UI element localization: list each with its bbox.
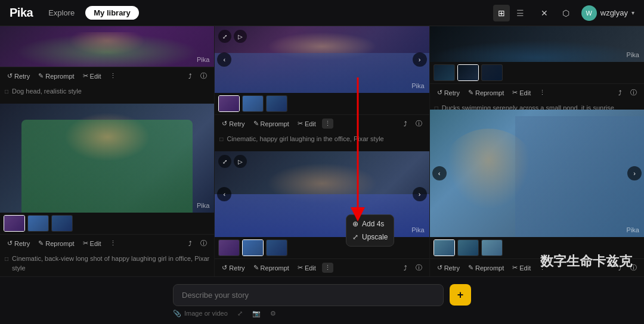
desc-icon-1-top: □ [5,88,8,95]
share-button-3-bottom[interactable]: ⤴ [616,263,624,273]
grid-view-button[interactable]: ⊞ [493,5,510,21]
nav-right-2-top[interactable]: › [413,52,427,67]
edit-icon-1b: ✂ [83,239,88,247]
reprompt-button-2-top[interactable]: ✎ Reprompt [251,119,292,129]
share-button-3-top[interactable]: ⤴ [616,88,624,98]
reprompt-button-3-top[interactable]: ✎ Reprompt [466,88,506,98]
more-button-1-top[interactable]: ⋮ [107,71,119,81]
share-button-1-top[interactable]: ⤴ [186,71,194,81]
thumb-mini-2-3[interactable] [266,95,287,112]
share-button-2-top[interactable]: ⤴ [401,119,410,129]
thumb-mini-3-1[interactable] [434,64,455,81]
reprompt-button-1-bottom[interactable]: ✎ Reprompt [36,238,76,248]
retry-button-2-bottom[interactable]: ↺ Retry [219,263,247,273]
thumb-mini-3b-2[interactable] [457,239,479,256]
pika-badge-3-top: Pika [627,51,639,58]
retry-button-1-bottom[interactable]: ↺ Retry [5,238,32,248]
info-button-1-bottom[interactable]: ⓘ [198,238,209,249]
info-button-2-bottom[interactable]: ⓘ [413,262,425,273]
thumb-2-top: ‹ › Pika ⤢ ▷ [215,26,429,93]
info-button-2-top[interactable]: ⓘ [413,118,425,129]
more-button-3-bottom[interactable]: ⋮ [537,263,548,273]
edit-icon-3b: ✂ [512,264,518,272]
expand-button[interactable]: ⤢ [237,310,243,317]
user-area[interactable]: W wzglyay ▾ [581,5,634,21]
reprompt-icon-2b: ✎ [253,264,259,272]
nav-left-2-bottom[interactable]: ‹ [217,187,231,201]
input-row: + [173,284,471,306]
nav-left-3-bottom[interactable]: ‹ [432,166,447,180]
twitter-icon[interactable]: ✕ [538,7,550,19]
thumb-mini-2-2[interactable] [242,95,264,112]
thumb-mini-1-1[interactable] [4,215,25,232]
thumb-mini-3b-3[interactable] [481,239,503,256]
nav-right-2-bottom[interactable]: › [413,187,427,201]
retry-button-1-top[interactable]: ↺ Retry [5,71,32,81]
reprompt-button-3-bottom[interactable]: ✎ Reprompt [466,263,506,273]
settings-icon: ⚙ [270,310,276,317]
upscale-option[interactable]: ⤢ Upscale [352,232,388,242]
info-button-3-top[interactable]: ⓘ [628,87,639,98]
desc-icon-1-bottom: □ [5,256,8,262]
edit-button-2-top[interactable]: ✂ Edit [295,119,318,129]
share-button-2-bottom[interactable]: ⤴ [401,263,410,273]
more-button-2-top[interactable]: ⋮ [322,119,333,129]
retry-button-3-bottom[interactable]: ↺ Retry [435,263,462,273]
pika-badge-2-bottom: Pika [411,226,424,233]
story-input[interactable] [173,284,444,306]
thumb-mini-2b-1[interactable] [218,239,240,256]
video-type-icon-2-bottom[interactable]: ▷ [234,155,247,168]
thumb-strip-2-bottom [215,237,429,258]
upscale-icon: ⤢ [352,233,358,241]
more-button-3-top[interactable]: ⋮ [537,88,548,98]
edit-button-1-bottom[interactable]: ✂ Edit [80,238,104,248]
thumb-3-top: Pika [430,26,644,62]
nav-left-2-top[interactable]: ‹ [217,52,231,67]
card-2-bottom: ‹ › Pika ⤢ ▷ ↺ Retry [215,151,429,276]
settings-button[interactable]: ⚙ [270,310,276,317]
clip-icon: 📎 [173,310,181,317]
retry-button-3-top[interactable]: ↺ Retry [435,88,462,98]
reprompt-button-2-bottom[interactable]: ✎ Reprompt [251,263,292,273]
retry-button-2-top[interactable]: ↺ Retry [219,119,247,129]
info-button-3-bottom[interactable]: ⓘ [628,262,639,273]
image-video-button[interactable]: 📎 Image or video [173,310,228,317]
pika-badge-2-top: Pika [411,82,424,89]
thumb-mini-2b-2[interactable] [242,239,264,256]
thumb-3-bottom: ‹ › Pika [430,110,644,237]
nav-right-3-bottom[interactable]: › [627,166,642,180]
video-type-icon-2-top[interactable]: ▷ [234,30,247,43]
thumb-mini-2-1[interactable] [218,95,240,112]
thumb-mini-1-2[interactable] [27,215,49,232]
edit-button-2-bottom[interactable]: ✂ Edit [295,263,318,273]
upscale-label: Upscale [362,233,388,241]
nav-tabs: Explore My library [40,6,139,20]
thumb-mini-1-3[interactable] [51,215,73,232]
plus-button[interactable]: + [450,284,471,306]
thumb-mini-3-2[interactable] [457,64,479,81]
thumb-mini-2b-3[interactable] [266,239,287,256]
description-1-top: Dog head, realistic style [12,87,82,96]
info-button-1-top[interactable]: ⓘ [198,70,209,82]
discord-icon[interactable]: ⬡ [560,7,572,19]
more-button-2-bottom[interactable]: ⋮ [322,263,333,273]
desc-bar-3-top: □ Ducks swimming serenely across a small… [430,101,644,110]
thumb-mini-3b-1[interactable] [434,239,455,256]
reprompt-icon-1b: ✎ [38,239,44,247]
more-button-1-bottom[interactable]: ⋮ [107,238,119,248]
edit-button-1-top[interactable]: ✂ Edit [80,71,104,81]
thumb-mini-3-3[interactable] [481,64,503,81]
reprompt-icon-3t: ✎ [468,89,473,96]
card-1-top: Pika ↺ Retry ✎ Reprompt ✂ Edit ⋮ [0,26,214,104]
add4s-option[interactable]: ⊕ Add 4s [352,219,388,229]
tab-explore[interactable]: Explore [40,6,83,20]
fullscreen-icon-2-top[interactable]: ⤢ [218,30,231,43]
camera-button[interactable]: 📷 [252,310,261,317]
share-button-1-bottom[interactable]: ⤴ [186,239,194,248]
edit-button-3-bottom[interactable]: ✂ Edit [510,263,533,273]
list-view-button[interactable]: ☰ [512,5,529,21]
reprompt-button-1-top[interactable]: ✎ Reprompt [36,71,76,81]
tab-my-library[interactable]: My library [85,6,138,20]
edit-button-3-top[interactable]: ✂ Edit [510,88,533,98]
fullscreen-icon-2-bottom[interactable]: ⤢ [218,155,231,168]
